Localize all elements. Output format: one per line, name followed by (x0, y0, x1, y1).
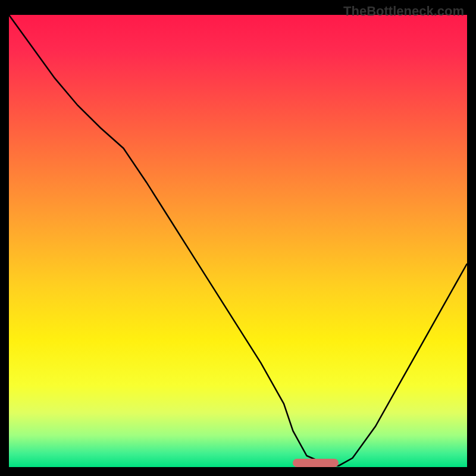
plot-area (9, 15, 467, 467)
optimal-marker (293, 459, 339, 467)
watermark-text: TheBottleneck.com (343, 4, 464, 19)
chart-container: TheBottleneck.com (0, 0, 476, 476)
bottleneck-curve (9, 15, 467, 467)
